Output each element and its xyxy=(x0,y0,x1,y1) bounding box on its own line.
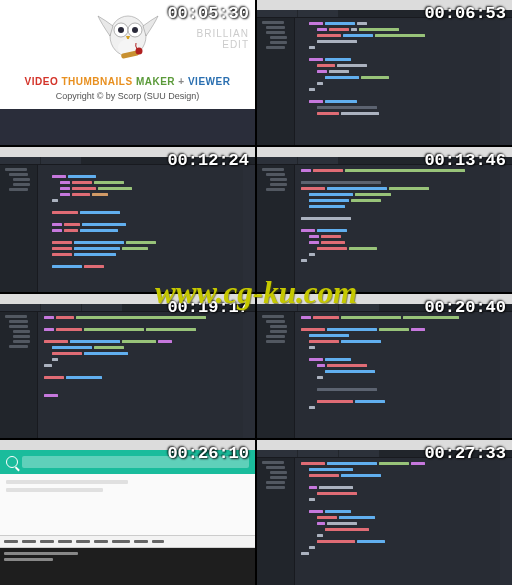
file-tree xyxy=(0,312,38,439)
code-area xyxy=(38,312,243,439)
timestamp-label: 00:27:33 xyxy=(424,444,506,463)
timestamp-label: 00:20:40 xyxy=(424,298,506,317)
code-area xyxy=(295,458,500,585)
page-content xyxy=(0,474,255,535)
file-tree xyxy=(257,165,295,292)
minimap xyxy=(500,458,512,585)
minimap xyxy=(500,312,512,439)
file-tree xyxy=(257,18,295,145)
search-icon xyxy=(6,456,18,468)
thumbnail-2[interactable]: 00:06:53 xyxy=(257,0,512,145)
minimap xyxy=(500,165,512,292)
timestamp-label: 00:13:46 xyxy=(424,151,506,170)
thumbnail-6[interactable]: 00:20:40 xyxy=(257,294,512,439)
devtools-tabs xyxy=(0,536,255,548)
timestamp-label: 00:26:10 xyxy=(167,444,249,463)
file-tree xyxy=(257,458,295,585)
thumbnail-7[interactable]: 00:26:10 xyxy=(0,440,255,585)
timestamp-label: 00:12:24 xyxy=(167,151,249,170)
thumbnail-1[interactable]: 00:05:30 BRILLIAN EDIT xyxy=(0,0,255,145)
copyright-text: Copyright © by Scorp (SUU Design) xyxy=(56,91,200,101)
svg-point-3 xyxy=(118,27,124,33)
timestamp-label: 00:05:30 xyxy=(167,4,249,23)
code-area xyxy=(295,312,500,439)
file-tree xyxy=(0,165,38,292)
code-area xyxy=(38,165,243,292)
timestamp-label: 00:06:53 xyxy=(424,4,506,23)
edition-label: BRILLIAN EDIT xyxy=(197,28,249,50)
thumbnail-8[interactable]: 00:27:33 xyxy=(257,440,512,585)
file-tree xyxy=(257,312,295,439)
code-area xyxy=(295,165,500,292)
console-output xyxy=(0,548,255,585)
thumbnail-5[interactable]: 00:19:17 xyxy=(0,294,255,439)
minimap xyxy=(500,18,512,145)
svg-point-4 xyxy=(132,27,138,33)
thumbnail-grid: 00:05:30 BRILLIAN EDIT xyxy=(0,0,512,585)
code-area xyxy=(295,18,500,145)
thumbnail-3[interactable]: 00:12:24 xyxy=(0,147,255,292)
app-title: VIDEO THUMBNAILS MAKER + VIEWER xyxy=(25,76,231,87)
minimap xyxy=(243,312,255,439)
minimap xyxy=(243,165,255,292)
owl-logo-icon xyxy=(93,8,163,68)
timestamp-label: 00:19:17 xyxy=(167,298,249,317)
thumbnail-4[interactable]: 00:13:46 xyxy=(257,147,512,292)
devtools-panel xyxy=(0,535,255,585)
